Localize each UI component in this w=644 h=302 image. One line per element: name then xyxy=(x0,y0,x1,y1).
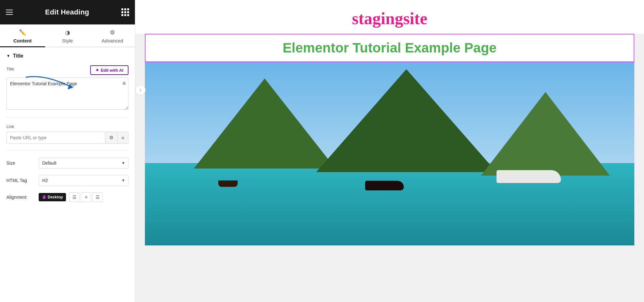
device-label: Desktop xyxy=(48,195,63,199)
panel-collapse-button[interactable]: ‹ xyxy=(135,85,146,95)
site-header: stagingsite xyxy=(135,0,644,34)
boat-2 xyxy=(365,181,404,190)
align-right-button[interactable]: ☰ xyxy=(92,192,103,202)
device-desktop-button[interactable]: 🖥 Desktop xyxy=(39,193,66,201)
panel-title: Edit Heading xyxy=(45,8,89,16)
right-panel: ‹ stagingsite Elementor Tutorial Example… xyxy=(135,0,644,302)
title-textarea[interactable]: Elementor Tutorial Example Page xyxy=(6,78,128,110)
title-field-row: Title ✦ Edit with AI Elementor Tutorial … xyxy=(0,63,135,114)
sparkle-icon: ✦ xyxy=(95,68,99,73)
html-tag-select[interactable]: H1 H2 H3 H4 H5 H6 div span p xyxy=(39,175,128,186)
pencil-icon: ✏️ xyxy=(19,29,26,36)
halfcircle-icon: ◑ xyxy=(65,29,70,36)
link-input[interactable] xyxy=(7,132,105,143)
mountain-center xyxy=(316,69,497,172)
html-tag-select-wrapper: H1 H2 H3 H4 H5 H6 div span p ▼ xyxy=(39,175,128,186)
html-tag-row: HTML Tag H1 H2 H3 H4 H5 H6 div span p ▼ xyxy=(0,172,135,189)
left-panel: Edit Heading ✏️ Content ◑ Style ⚙ Advanc… xyxy=(0,0,135,302)
html-tag-label: HTML Tag xyxy=(6,178,35,183)
section-title-label: Title xyxy=(13,53,24,59)
boat-3 xyxy=(497,170,561,183)
size-select-wrapper: Default XXL XL Large Medium Small ▼ xyxy=(39,158,128,169)
page-heading: Elementor Tutorial Example Page xyxy=(155,40,624,56)
tab-advanced[interactable]: ⚙ Advanced xyxy=(90,24,135,47)
title-textarea-wrapper: Elementor Tutorial Example Page ≡ xyxy=(6,78,128,111)
hamburger-menu-icon[interactable] xyxy=(6,10,13,15)
top-bar: Edit Heading xyxy=(0,0,135,24)
align-center-button[interactable]: ≡ xyxy=(81,192,91,202)
alignment-label: Alignment xyxy=(6,195,35,200)
panel-content: ▼ Title Title ✦ Edit with AI Elementor T… xyxy=(0,47,135,302)
grid-menu-icon[interactable] xyxy=(121,8,129,16)
edit-ai-label: Edit with AI xyxy=(101,68,123,73)
divider-1 xyxy=(6,117,128,118)
alignment-row: Alignment 🖥 Desktop ☰ ≡ ☰ xyxy=(0,189,135,205)
tab-content-label: Content xyxy=(14,38,32,43)
link-label: Link xyxy=(6,124,128,129)
edit-with-ai-button[interactable]: ✦ Edit with AI xyxy=(90,65,128,75)
link-settings-button[interactable]: ⚙ xyxy=(105,132,117,143)
section-collapse-arrow: ▼ xyxy=(6,54,10,58)
link-input-wrapper: ⚙ ≡ xyxy=(6,132,128,144)
size-select[interactable]: Default XXL XL Large Medium Small xyxy=(39,158,128,169)
link-dynamic-button[interactable]: ≡ xyxy=(117,132,128,143)
site-title: stagingsite xyxy=(135,9,644,28)
size-label: Size xyxy=(6,160,35,166)
align-left-button[interactable]: ☰ xyxy=(69,192,80,202)
size-row: Size Default XXL XL Large Medium Small ▼ xyxy=(0,154,135,172)
page-heading-wrapper[interactable]: Elementor Tutorial Example Page xyxy=(145,34,634,62)
divider-2 xyxy=(6,150,128,151)
gear-icon: ⚙ xyxy=(110,29,115,36)
tab-content[interactable]: ✏️ Content xyxy=(0,24,45,47)
tab-advanced-label: Advanced xyxy=(102,38,123,43)
alignment-buttons: ☰ ≡ ☰ xyxy=(69,192,103,202)
tabs-row: ✏️ Content ◑ Style ⚙ Advanced xyxy=(0,24,135,47)
section-title-header[interactable]: ▼ Title xyxy=(0,47,135,63)
boat-1 xyxy=(218,180,238,187)
mountain-left xyxy=(194,78,336,169)
monitor-icon: 🖥 xyxy=(42,195,46,200)
dynamic-tag-button[interactable]: ≡ xyxy=(122,80,126,87)
link-field-row: Link ⚙ ≡ xyxy=(0,122,135,146)
title-field-label: Title xyxy=(6,67,14,71)
tab-style-label: Style xyxy=(62,38,73,43)
mountain-right xyxy=(481,92,610,176)
preview-image xyxy=(145,62,634,245)
tab-style[interactable]: ◑ Style xyxy=(45,24,90,47)
